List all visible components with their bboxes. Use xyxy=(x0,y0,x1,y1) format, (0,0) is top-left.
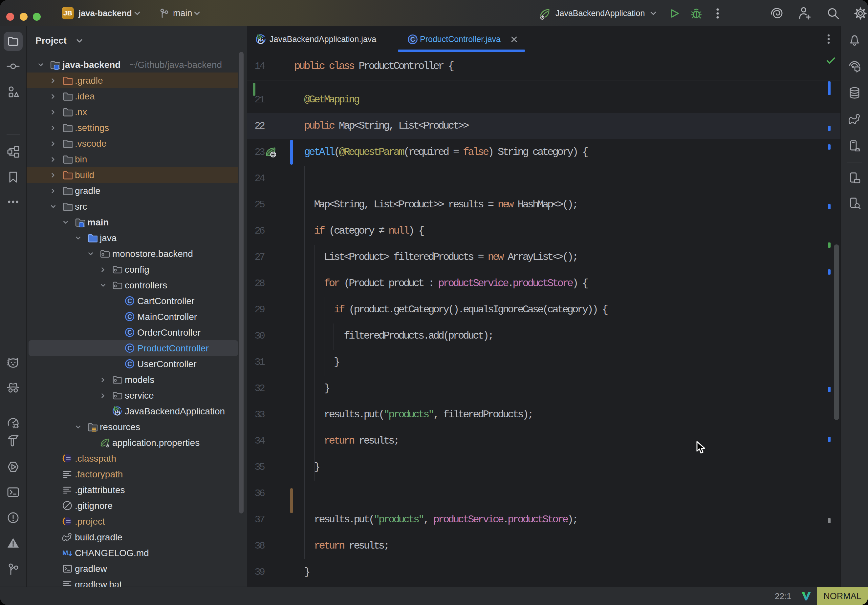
svg-text:C: C xyxy=(127,360,132,367)
svg-text:C: C xyxy=(127,345,132,352)
svg-text:C: C xyxy=(127,297,132,305)
svg-text:M: M xyxy=(62,549,68,557)
svg-text:C: C xyxy=(127,329,132,336)
svg-text:C: C xyxy=(127,313,132,320)
svg-text:C: C xyxy=(410,36,415,43)
